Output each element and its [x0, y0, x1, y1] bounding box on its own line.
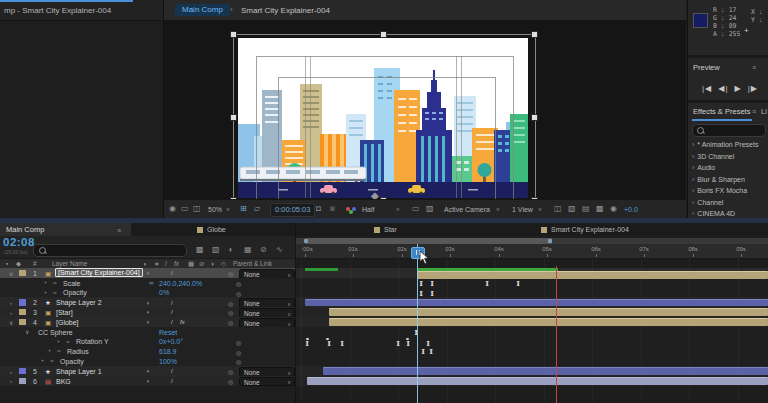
work-area-end-handle[interactable]: [548, 239, 552, 244]
effects-category[interactable]: ›Blur & Sharpen: [692, 176, 745, 183]
zoom-level-dropdown[interactable]: 50%: [208, 206, 222, 213]
quality-switch[interactable]: /: [171, 368, 173, 374]
label-column-icon[interactable]: ◆: [16, 261, 21, 268]
adjustment-column-icon[interactable]: ◑: [210, 261, 214, 268]
keyframe[interactable]: I: [514, 279, 522, 287]
graph-editor-icon[interactable]: ∿: [276, 246, 283, 254]
layer-bar-smart-city[interactable]: [417, 271, 768, 279]
effects-category[interactable]: ›Audio: [692, 164, 715, 171]
tab-globe[interactable]: Globe: [207, 226, 226, 233]
shy-switch[interactable]: ◖: [146, 309, 150, 315]
resolution-dropdown[interactable]: Half: [362, 206, 374, 213]
twirl-right-icon[interactable]: ›: [10, 300, 12, 306]
effects-panel-tab[interactable]: Effects & Presets: [693, 107, 750, 116]
next-frame-button[interactable]: |▶: [748, 84, 758, 93]
keyframe[interactable]: I: [417, 289, 425, 297]
breadcrumb-main-comp[interactable]: Main Comp: [175, 4, 230, 16]
tab-star[interactable]: Star: [384, 226, 397, 233]
reset-exposure-icon[interactable]: ◉: [610, 205, 617, 213]
layer-color-chip[interactable]: [19, 299, 26, 306]
property-name[interactable]: Opacity: [63, 289, 87, 296]
layer-color-chip[interactable]: [19, 270, 26, 277]
panel-menu-icon[interactable]: ≡: [752, 108, 756, 115]
stopwatch-icon[interactable]: ◔: [43, 280, 47, 287]
show-snapshot-icon[interactable]: ◙: [330, 205, 335, 213]
number-column-header[interactable]: #: [33, 261, 37, 268]
collapse-switch[interactable]: ·: [159, 300, 161, 306]
pickwhip-icon[interactable]: ◎: [236, 290, 241, 297]
panel-menu-icon[interactable]: ≡: [117, 227, 121, 234]
layer-row[interactable]: ∨ 4 ▣ [Globe] ◖ / fx ◎ None∨: [0, 317, 296, 327]
pickwhip-icon[interactable]: ◎: [236, 280, 241, 287]
keyframe[interactable]: I: [419, 347, 427, 355]
property-row[interactable]: ◔ ≈ Scale ∞ 240.0,240.0% ◎: [0, 278, 296, 288]
collapse-switch[interactable]: ·: [159, 368, 161, 374]
keyframe[interactable]: I: [394, 339, 402, 347]
property-value[interactable]: 100%: [159, 358, 177, 365]
shy-switch[interactable]: ◖: [146, 300, 150, 306]
link-dimensions-icon[interactable]: ∞: [149, 280, 154, 287]
keyframe[interactable]: I: [404, 339, 412, 347]
motion-blur-icon[interactable]: ⊘: [260, 246, 267, 254]
shy-switch[interactable]: ◖: [146, 270, 150, 276]
pickwhip-icon[interactable]: ◎: [228, 319, 233, 326]
layer-color-chip[interactable]: [19, 319, 26, 326]
effect-row[interactable]: ∨ CC Sphere Reset: [0, 327, 296, 337]
camera-view-dropdown[interactable]: Active Camera: [444, 206, 490, 213]
exposure-value[interactable]: +0.0: [624, 206, 638, 213]
selection-handle[interactable]: [230, 31, 237, 38]
time-ruler[interactable]: :00s 01s 02s 03s 04s 05s 06s 07s 08s 09s: [296, 244, 768, 260]
keyframe[interactable]: I: [424, 339, 432, 347]
playhead-line[interactable]: [417, 244, 418, 403]
left-panel-breadcrumb[interactable]: mp - Smart City Explainer-004: [4, 6, 111, 15]
property-row[interactable]: ◔ ≈ Opacity 0% ◎: [0, 288, 296, 298]
twirl-down-icon[interactable]: ∨: [9, 271, 13, 277]
layer-row[interactable]: › 6 ▤ BKG ◖ / ◎ None∨: [0, 376, 296, 386]
layer-color-chip[interactable]: [19, 368, 26, 375]
comp-marker-line[interactable]: [556, 266, 557, 403]
pickwhip-icon[interactable]: ◎: [228, 300, 233, 307]
snapshot-camera-icon[interactable]: ◘: [316, 205, 321, 213]
twirl-right-icon[interactable]: ›: [10, 378, 12, 384]
transparency-grid-icon[interactable]: ▨: [426, 205, 434, 213]
shy-switch[interactable]: ◖: [146, 368, 150, 374]
preview-panel-title[interactable]: Preview: [693, 63, 720, 72]
effects-category[interactable]: ›Boris FX Mocha: [692, 187, 747, 194]
draft-3d-icon[interactable]: ▧: [212, 246, 220, 254]
first-frame-button[interactable]: |◀: [702, 84, 712, 93]
anchor-point-icon[interactable]: ◆: [371, 190, 379, 199]
effects-category[interactable]: ›3D Channel: [692, 153, 734, 160]
comp-flowchart-icon[interactable]: ▩: [596, 205, 604, 213]
graph-toggle-icon[interactable]: ≈: [53, 280, 57, 287]
property-name[interactable]: Rotation Y: [76, 338, 109, 345]
preview-mode-icon[interactable]: ◉: [169, 205, 176, 213]
selection-bounding-box[interactable]: [233, 34, 536, 199]
keyframe[interactable]: I: [417, 279, 425, 287]
layer-name[interactable]: Shape Layer 1: [56, 368, 102, 375]
property-value[interactable]: 618.9: [159, 348, 177, 355]
layer-bar-shape-layer-1[interactable]: [323, 367, 768, 375]
layer-bar-globe[interactable]: [329, 318, 768, 326]
composition-viewer[interactable]: ◆: [164, 20, 686, 199]
fx-switch[interactable]: fx: [180, 319, 185, 325]
stopwatch-icon[interactable]: ◔: [56, 339, 60, 346]
twirl-down-icon[interactable]: ∨: [25, 329, 29, 335]
keyframe[interactable]: I: [412, 328, 420, 336]
pickwhip-icon[interactable]: ◎: [236, 358, 241, 365]
timeline-search-input[interactable]: [33, 244, 187, 257]
selection-handle[interactable]: [531, 114, 538, 121]
parent-link-column-header[interactable]: Parent & Link: [233, 261, 272, 268]
effects-category[interactable]: ›CINEMA 4D: [692, 210, 735, 217]
twirl-right-icon[interactable]: ›: [10, 310, 12, 316]
panel-menu-icon[interactable]: ≡: [752, 64, 756, 71]
twirl-down-icon[interactable]: ∨: [9, 320, 13, 326]
property-value[interactable]: 240.0,240.0%: [159, 280, 202, 287]
quality-switch[interactable]: /: [171, 309, 173, 315]
pickwhip-icon[interactable]: ◎: [228, 309, 233, 316]
layer-row[interactable]: › 3 ▣ [Star] ◖ / ◎ None∨: [0, 307, 296, 317]
property-row[interactable]: ◔ ≈ Radius 618.9 ◎: [0, 346, 296, 356]
tab-smart-city[interactable]: Smart City Explainer-004: [551, 226, 629, 233]
current-time-display[interactable]: 02:08: [3, 236, 35, 248]
motion-blur-column-icon[interactable]: ⊘: [199, 261, 204, 268]
comp-flowchart-icon[interactable]: ▩: [196, 246, 204, 254]
